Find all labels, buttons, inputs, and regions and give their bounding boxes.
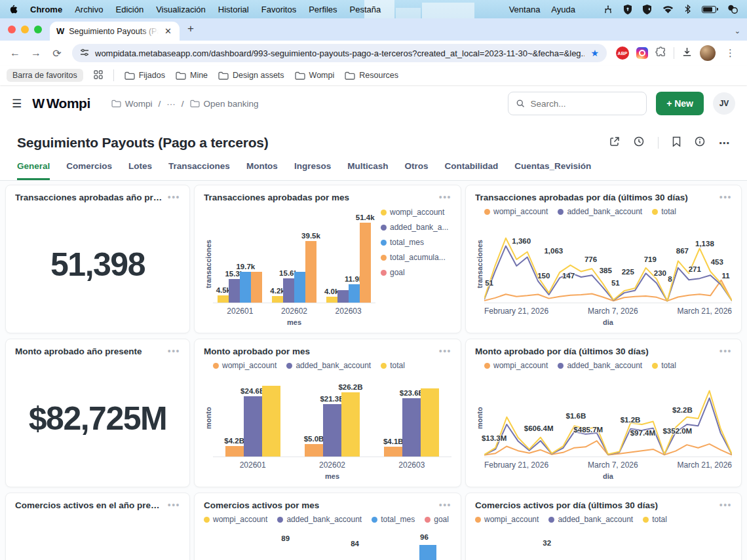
breadcrumb-collection-open-banking[interactable]: Open banking xyxy=(190,99,259,109)
new-tab-button[interactable]: + xyxy=(187,22,194,35)
legend-item[interactable]: wompi_account xyxy=(213,361,277,370)
breadcrumb-ellipsis[interactable]: ··· xyxy=(166,99,176,109)
series-total[interactable] xyxy=(484,391,732,455)
bookmark-star-icon[interactable]: ★ xyxy=(590,48,599,58)
chrome-menu-icon[interactable]: ⋮ xyxy=(723,47,738,59)
bar[interactable] xyxy=(218,295,229,303)
reload-button[interactable]: ⟳ xyxy=(48,47,66,60)
sidebar-toggle-icon[interactable]: ☰ xyxy=(12,97,22,111)
bar[interactable] xyxy=(305,241,316,303)
tab-multicash[interactable]: Multicash xyxy=(347,161,388,180)
new-button[interactable]: + New xyxy=(656,92,704,115)
privacy-shield-icon[interactable] xyxy=(643,5,651,14)
browser-tab-active[interactable]: W Seguimiento Payouts (Pago a ✕ xyxy=(50,22,180,41)
card-menu-icon[interactable] xyxy=(434,346,451,356)
card-menu-icon[interactable] xyxy=(163,346,180,356)
adblock-extension-icon[interactable]: ABP xyxy=(616,47,629,60)
extensions-puzzle-icon[interactable] xyxy=(655,47,666,60)
bookmark-folder-mine[interactable]: Mine xyxy=(176,71,208,80)
tab-cuentas-revision[interactable]: Cuentas_Revisión xyxy=(514,161,591,180)
menubar-item-visualizacion[interactable]: Visualización xyxy=(156,5,206,14)
bar[interactable] xyxy=(294,272,305,303)
legend-item[interactable]: total xyxy=(652,361,676,370)
legend-item[interactable]: added_bank_account xyxy=(558,207,642,216)
user-switch-icon[interactable] xyxy=(727,5,738,14)
camera-extension-icon[interactable] xyxy=(636,47,648,59)
search-input[interactable] xyxy=(531,99,639,109)
history-clock-icon[interactable] xyxy=(634,136,644,149)
bar[interactable] xyxy=(360,223,371,303)
user-avatar[interactable]: JV xyxy=(713,92,735,115)
forward-button[interactable]: → xyxy=(28,47,45,59)
bar[interactable] xyxy=(337,290,349,303)
wompi-logo[interactable]: W Wompi xyxy=(32,96,90,111)
menubar-item-edicion[interactable]: Edición xyxy=(115,5,144,14)
profile-avatar[interactable] xyxy=(700,45,716,61)
card-menu-icon[interactable] xyxy=(714,346,732,356)
card-menu-icon[interactable] xyxy=(163,192,180,202)
battery-icon[interactable] xyxy=(702,6,716,13)
bookmark-folder-design-assets[interactable]: Design assets xyxy=(218,71,284,80)
menubar-item-historial[interactable]: Historial xyxy=(218,5,249,14)
menubar-item-favoritos[interactable]: Favoritos xyxy=(261,5,296,14)
menubar-item-pestana[interactable]: Pestaña xyxy=(350,5,381,14)
wifi-icon[interactable] xyxy=(662,5,674,14)
bar[interactable] xyxy=(251,272,262,303)
bar[interactable] xyxy=(262,386,280,457)
menubar-item-ayuda[interactable]: Ayuda xyxy=(551,5,575,14)
legend-item[interactable]: added_bank_a... xyxy=(381,223,448,232)
legend-item[interactable]: added_bank_account xyxy=(548,515,633,524)
card-menu-icon[interactable] xyxy=(714,192,732,202)
tab-comercios[interactable]: Comercios xyxy=(66,161,112,180)
downloads-icon[interactable] xyxy=(681,47,693,60)
bar[interactable] xyxy=(419,545,436,560)
tab-search-chevron-icon[interactable]: ⌄ xyxy=(735,27,740,35)
close-window-button[interactable] xyxy=(8,26,16,33)
bookmark-folder-fijados[interactable]: Fijados xyxy=(125,71,165,80)
card-menu-icon[interactable] xyxy=(714,500,732,510)
bookmark-folder-wompi[interactable]: Wompi xyxy=(295,71,335,80)
bar[interactable] xyxy=(349,284,360,303)
card-menu-icon[interactable] xyxy=(434,500,451,510)
tab-general[interactable]: General xyxy=(17,161,50,180)
legend-item[interactable]: total_acumula... xyxy=(381,253,446,262)
menubar-item-ventana[interactable]: Ventana xyxy=(509,5,541,14)
keyboard-grid-icon[interactable] xyxy=(603,5,613,14)
bar[interactable] xyxy=(341,392,360,457)
bookmark-folder-resources[interactable]: Resources xyxy=(345,71,398,80)
tab-montos[interactable]: Montos xyxy=(246,161,278,180)
card-menu-icon[interactable] xyxy=(163,500,180,510)
tab-ingresos[interactable]: Ingresos xyxy=(294,161,331,180)
back-button[interactable]: ← xyxy=(7,47,24,59)
apple-logo-icon[interactable] xyxy=(9,4,18,14)
tab-close-icon[interactable]: ✕ xyxy=(163,26,173,36)
bar[interactable] xyxy=(323,404,341,457)
tab-lotes[interactable]: Lotes xyxy=(128,161,152,180)
share-icon[interactable] xyxy=(609,136,620,149)
password-shield-icon[interactable] xyxy=(624,5,632,14)
legend-item[interactable]: wompi_account xyxy=(484,361,548,370)
site-settings-icon[interactable] xyxy=(80,48,89,59)
bar[interactable] xyxy=(326,297,337,303)
card-menu-icon[interactable] xyxy=(434,192,451,202)
menubar-item-archivo[interactable]: Archivo xyxy=(75,5,103,14)
legend-item[interactable]: total xyxy=(652,207,676,216)
tab-otros[interactable]: Otros xyxy=(404,161,428,180)
legend-item[interactable]: goal xyxy=(381,268,405,277)
search-box[interactable] xyxy=(508,92,647,115)
breadcrumb-collection-wompi[interactable]: Wompi xyxy=(111,99,153,109)
legend-item[interactable]: total xyxy=(381,361,405,370)
address-bar[interactable]: wompidata.metabaseapp.com/dashboard/993-… xyxy=(72,44,607,62)
legend-item[interactable]: total_mes xyxy=(381,238,424,247)
legend-item[interactable]: added_bank_account xyxy=(277,515,362,524)
maximize-window-button[interactable] xyxy=(34,26,42,33)
legend-item[interactable]: wompi_account xyxy=(204,515,267,524)
legend-item[interactable]: total xyxy=(643,515,667,524)
bar[interactable] xyxy=(240,272,251,303)
bluetooth-icon[interactable] xyxy=(685,5,691,14)
bar[interactable] xyxy=(384,447,402,457)
bar[interactable] xyxy=(272,296,283,303)
tab-contabilidad[interactable]: Contabilidad xyxy=(444,161,498,180)
info-icon[interactable] xyxy=(695,136,705,149)
bar[interactable] xyxy=(229,279,240,303)
